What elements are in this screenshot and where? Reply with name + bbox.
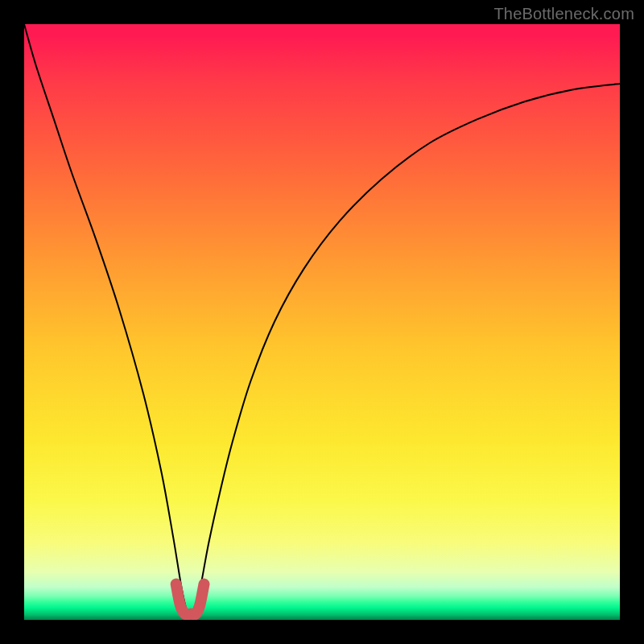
optimal-band-path — [176, 584, 204, 615]
bottleneck-curve-path — [24, 24, 620, 617]
chart-svg — [24, 24, 620, 620]
watermark-text: TheBottleneck.com — [493, 5, 634, 23]
chart-area — [24, 24, 620, 620]
